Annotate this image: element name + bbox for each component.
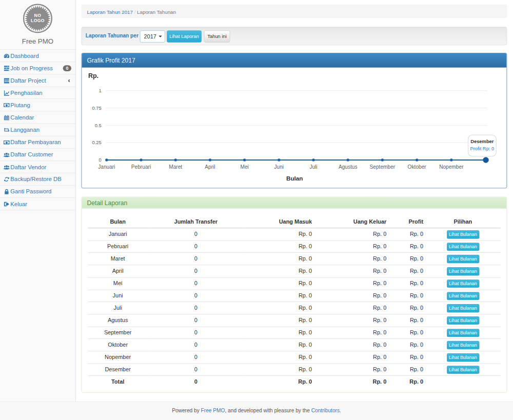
svg-text:LOGO: LOGO <box>31 18 45 23</box>
svg-text:Januari: Januari <box>98 164 115 170</box>
svg-text:0.5: 0.5 <box>95 123 102 128</box>
svg-text:0.75: 0.75 <box>92 105 101 110</box>
svg-text:0: 0 <box>98 157 101 163</box>
svg-text:Rp.: Rp. <box>88 72 98 79</box>
svg-text:Maret: Maret <box>169 164 182 170</box>
svg-text:Mei: Mei <box>240 164 248 170</box>
svg-text:NO: NO <box>34 13 42 18</box>
svg-text:Desember: Desember <box>470 139 494 144</box>
svg-text:1: 1 <box>98 88 101 93</box>
svg-text:0.25: 0.25 <box>92 140 101 145</box>
svg-text:Nopember: Nopember <box>439 164 464 170</box>
svg-text:Oktober: Oktober <box>408 164 427 170</box>
svg-text:Bulan: Bulan <box>286 174 303 181</box>
svg-text:Pebruari: Pebruari <box>131 164 151 170</box>
svg-text:Agustus: Agustus <box>339 164 358 170</box>
svg-text:April: April <box>205 164 215 170</box>
svg-text:Juli: Juli <box>309 164 317 170</box>
svg-text:Juni: Juni <box>274 164 284 170</box>
svg-text:Profit Rp: 0: Profit Rp: 0 <box>470 146 494 151</box>
svg-text:September: September <box>370 164 396 170</box>
